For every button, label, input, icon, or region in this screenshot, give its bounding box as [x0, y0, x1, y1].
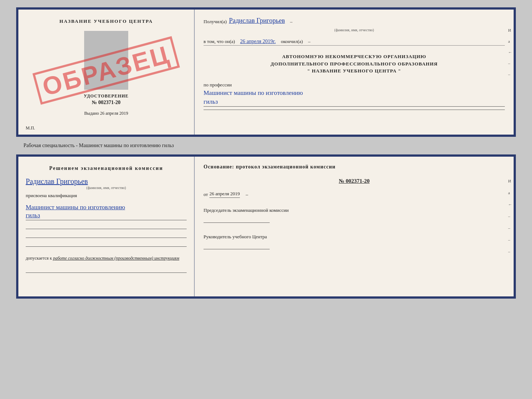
- protocol-number: № 002371-20: [204, 178, 505, 184]
- profession-label: по профессии: [204, 82, 505, 88]
- dash2: –: [308, 39, 310, 44]
- name-sublabel-top: (фамилия, имя, отчество): [334, 28, 374, 32]
- qualification-block: Машинист машины по изготовлению гильз: [26, 203, 187, 247]
- protocol-number-block: № 002371-20: [204, 178, 505, 184]
- bottom-right-panel: Основание: протокол экзаменационной коми…: [195, 157, 514, 296]
- center-head-label: Руководитель учебного Центра: [204, 234, 505, 240]
- top-document: НАЗВАНИЕ УЧЕБНОГО ЦЕНТРА УДОСТОВЕРЕНИЕ №…: [16, 7, 516, 137]
- person-name-top: Радислав Григорьев: [229, 17, 285, 25]
- org-line1: АВТОНОМНУЮ НЕКОММЕРЧЕСКУЮ ОРГАНИЗАЦИЮ: [204, 53, 505, 60]
- received-row: Получил(а) Радислав Григорьев –: [204, 17, 505, 25]
- underline-qual-1: [26, 222, 187, 229]
- bottom-left-panel: Решением экзаменационной комиссии Радисл…: [18, 157, 195, 296]
- commission-title: Решением экзаменационной комиссии: [26, 165, 187, 171]
- allowed-block: допускается к работе согласно должностны…: [26, 256, 187, 261]
- person-name-bottom: Радислав Григорьев: [26, 177, 187, 186]
- org-block: АВТОНОМНУЮ НЕКОММЕРЧЕСКУЮ ОРГАНИЗАЦИЮ ДО…: [204, 53, 505, 75]
- date-row: в том, что он(а) 26 апреля 2019г. окончи…: [204, 39, 505, 46]
- underline-qual-2: [26, 231, 187, 238]
- top-right-side-marks: И а ← – –: [508, 28, 512, 76]
- assigned-label: присвоена квалификация: [26, 193, 187, 199]
- issued-label: Выдано: [84, 111, 99, 116]
- basis-label: Основание: протокол экзаменационной коми…: [204, 164, 505, 170]
- center-head-sigline: [204, 242, 270, 249]
- between-label: Рабочая специальность - Машинист машины …: [24, 143, 174, 149]
- org-line2: ДОПОЛНИТЕЛЬНОГО ПРОФЕССИОНАЛЬНОГО ОБРАЗО…: [204, 60, 505, 68]
- cert-label: УДОСТОВЕРЕНИЕ: [84, 93, 129, 99]
- profession-line2: гильз: [204, 98, 505, 107]
- issued-date: 26 апреля 2019: [100, 111, 128, 116]
- mp-label: М.П.: [26, 125, 35, 131]
- profession-line1: Машинист машины по изготовлению: [204, 89, 505, 97]
- received-label: Получил(а): [204, 19, 227, 25]
- protocol-date: 26 апреля 2019: [209, 191, 240, 198]
- profession-block: по профессии Машинист машины по изготовл…: [204, 82, 505, 110]
- school-name-top: НАЗВАНИЕ УЧЕБНОГО ЦЕНТРА: [60, 18, 153, 24]
- bottom-right-side-marks: И а ← – – – –: [508, 179, 512, 254]
- qual-line1: Машинист машины по изготовлению: [26, 204, 187, 211]
- underline1: [204, 110, 505, 110]
- allowed-label: допускается к: [26, 256, 52, 261]
- top-right-panel: Получил(а) Радислав Григорьев – (фамилия…: [195, 10, 514, 135]
- commission-chair-sigline: [204, 215, 270, 223]
- commission-chair-label: Председатель экзаменационной комиссии: [204, 207, 505, 213]
- allowed-text: работе согласно должностным (производств…: [53, 256, 179, 261]
- underline-qual-3: [26, 239, 187, 247]
- protocol-date-row: от 26 апреля 2019 –: [204, 191, 505, 198]
- qual-line2: гильз: [26, 212, 187, 220]
- center-head-section: Руководитель учебного Центра: [204, 234, 505, 249]
- photo-area: [84, 31, 128, 90]
- person-sublabel-bottom: (фамилия, имя, отчество): [26, 186, 187, 190]
- underline-allowed: [26, 266, 187, 273]
- cert-number: № 002371-20: [92, 100, 121, 106]
- dash1: –: [290, 19, 292, 25]
- date-prefix: от: [204, 192, 208, 197]
- person-name-bottom-block: Радислав Григорьев (фамилия, имя, отчест…: [26, 177, 187, 190]
- bottom-document: Решением экзаменационной комиссии Радисл…: [16, 154, 516, 299]
- finished-label: окончил(а): [281, 39, 303, 44]
- cert-issued: Выдано 26 апреля 2019: [84, 111, 128, 116]
- dash-date: –: [246, 192, 248, 197]
- commission-chair-section: Председатель экзаменационной комиссии: [204, 207, 505, 223]
- top-left-panel: НАЗВАНИЕ УЧЕБНОГО ЦЕНТРА УДОСТОВЕРЕНИЕ №…: [18, 10, 195, 135]
- in-that-label: в том, что он(а): [204, 39, 235, 44]
- org-name: " НАЗВАНИЕ УЧЕБНОГО ЦЕНТРА ": [204, 67, 505, 75]
- completion-date: 26 апреля 2019г.: [240, 39, 276, 44]
